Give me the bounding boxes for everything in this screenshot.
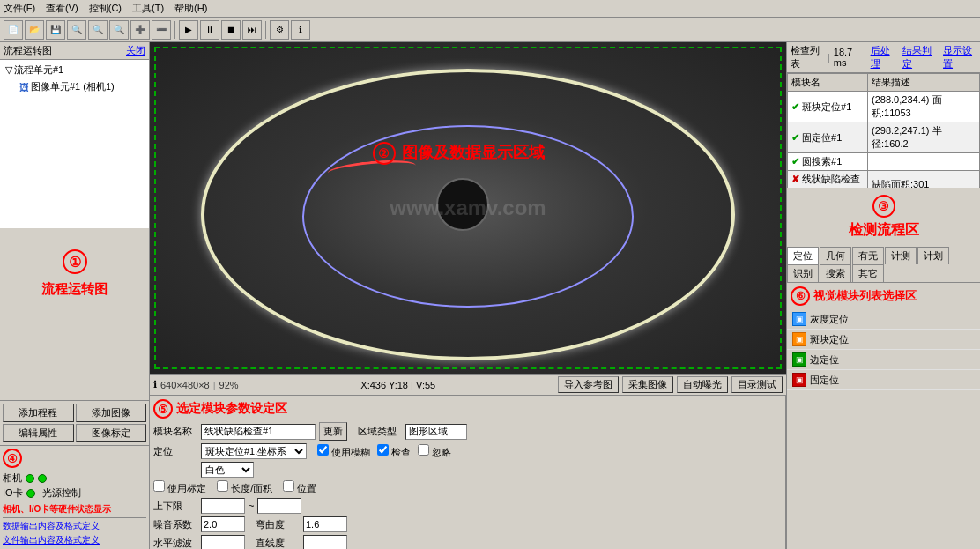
result-desc-cell: 缺陷面积:301 [868,171,980,189]
camera-row: 相机 [3,471,146,485]
long-area-label: 长度/面积 [217,480,272,495]
result-name-cell: ✔ 圆搜索#1 [788,153,868,171]
tab-measure[interactable]: 计测 [885,247,917,264]
main-layout: 流程运转图 关闭 ▽ 流程单元#1 🖼 图像单元#1 (相机1) ① 流程运转图… [0,42,980,549]
use-mark-checkbox[interactable] [153,480,165,492]
import-ref-btn[interactable]: 导入参考图 [558,376,619,393]
toolbar-minus[interactable]: ➖ [152,20,171,40]
tree-child[interactable]: 🖼 图像单元#1 (相机1) [2,78,147,95]
menu-control[interactable]: 控制(C) [89,2,122,15]
curve-input[interactable] [303,516,347,532]
direct-label: 直线度 [256,537,300,550]
file-output-link[interactable]: 文件输出内容及格式定义 [3,534,146,546]
toolbar-new[interactable]: 📄 [4,20,23,40]
direct-input[interactable] [303,535,347,549]
update-btn[interactable]: 更新 [319,422,347,441]
tab-present[interactable]: 有无 [852,247,884,264]
tab-recognize[interactable]: 识别 [787,264,819,282]
module-name-input[interactable] [201,424,316,440]
region-type-input[interactable] [405,424,467,440]
color-select[interactable]: 白色 [201,462,254,478]
table-row[interactable]: ✔ 固定位#1(298.2,247.1) 半径:160.2 [788,122,980,153]
table-row[interactable]: ✔ 圆搜索#1 [788,153,980,171]
long-area-checkbox[interactable] [217,480,228,492]
menu-help[interactable]: 帮助(H) [174,2,207,15]
result-header-title: 检查列表 [791,44,824,70]
dir-test-btn[interactable]: 目录测试 [731,376,783,393]
toolbar-step[interactable]: ⏭ [242,20,262,40]
watermark: www.xamv.com [390,196,546,220]
post-process-link[interactable]: 后处理 [871,44,895,70]
position-checkbox[interactable] [283,480,294,492]
right-panel: 检查列表 | 18.7 ms 后处理 结果判定 显示设置 模块名 结果描述 ✔ … [786,42,980,549]
toolbar-play[interactable]: ▶ [179,20,198,40]
annotation-label-1: 流程运转图 [4,281,145,298]
bottom-panel: ⑤ 选定模块参数设定区 模块名称 更新 区域类型 定位 斑块定位# [150,395,786,549]
io-led [26,489,35,498]
lower-input[interactable] [257,498,301,514]
toolbar-save[interactable]: 💾 [46,20,65,40]
io-row: IO卡 光源控制 [3,486,146,500]
use-mask-checkbox[interactable] [317,444,329,456]
data-output-link[interactable]: 数据输出内容及格式定义 [3,520,146,532]
result-table: 模块名 结果描述 ✔ 斑块定位#1(288.0,234.4) 面积:11053✔… [787,73,980,188]
module-list: ⑥ 视觉模块列表选择区 ▣灰度定位▣斑块定位▣边定位▣固定位 [787,283,980,549]
image-display[interactable]: www.xamv.com ② 图像及数据显示区域 [150,42,786,374]
list-item[interactable]: ▣斑块定位 [787,330,980,350]
toolbar-open[interactable]: 📂 [25,20,44,40]
menu-file[interactable]: 文件(F) [4,2,35,15]
menu-tools[interactable]: 工具(T) [132,2,164,15]
image-zoom: 92% [219,380,239,390]
smooth-input[interactable] [201,535,245,549]
toolbar-pause[interactable]: ⏸ [200,20,219,40]
tree-root[interactable]: ▽ 流程单元#1 [2,62,147,78]
table-row[interactable]: ✔ 斑块定位#1(288.0,234.4) 面积:11053 [788,92,980,122]
close-btn[interactable]: 关闭 [126,44,145,57]
module-list-container: ▣灰度定位▣斑块定位▣边定位▣固定位 [787,309,980,390]
edit-props-btn[interactable]: 编辑属性 [3,424,74,442]
list-item[interactable]: ▣固定位 [787,370,980,390]
annotation-label-3: 检测流程区 [794,221,973,240]
noise-input[interactable] [201,516,245,532]
check-checkbox[interactable] [377,444,389,456]
circle-4: ④ [3,449,22,468]
hw-status-area: ④ 相机 IO卡 光源控制 相机、I/O卡等硬件状态显示 数据输出内容及格式定义… [0,445,149,549]
toolbar-search1[interactable]: 🔍 [67,20,86,40]
add-image-btn[interactable]: 添加图像 [76,404,147,422]
mask-checkbox[interactable] [418,444,429,456]
tab-search[interactable]: 搜索 [820,264,851,282]
toolbar: 📄 📂 💾 🔍 🔍 🔍 ➕ ➖ ▶ ⏸ ⏹ ⏭ ⚙ ℹ [0,18,980,42]
module-name-row: 模块名称 更新 区域类型 [153,422,782,441]
add-process-btn[interactable]: 添加程程 [3,404,74,422]
tab-geometry[interactable]: 几何 [820,247,851,264]
table-row[interactable]: ✘ 线状缺陷检查#1缺陷面积:301 [788,171,980,189]
toolbar-settings[interactable]: ⚙ [270,20,289,40]
capture-btn[interactable]: 采集图像 [622,376,673,393]
result-judge-link[interactable]: 结果判定 [902,44,936,70]
toolbar-search2[interactable]: 🔍 [88,20,108,40]
tab-other[interactable]: 其它 [852,264,884,282]
list-item[interactable]: ▣边定位 [787,350,980,370]
toolbar-search3[interactable]: 🔍 [109,20,129,40]
camera-led [26,474,34,483]
module-list-item-label: 灰度定位 [810,313,849,326]
menu-bar: 文件(F) 查看(V) 控制(C) 工具(T) 帮助(H) [0,0,980,18]
smooth-label: 水平滤波 [153,537,197,550]
auto-exposure-btn[interactable]: 自动曝光 [677,376,728,393]
tab-plan[interactable]: 计划 [917,247,949,264]
anchor-select[interactable]: 斑块定位#1.坐标系 [201,443,307,459]
tree-child-icon: 🖼 [19,82,29,93]
image-calib-btn[interactable]: 图像标定 [76,424,147,442]
toolbar-stop[interactable]: ⏹ [221,20,241,40]
tab-position[interactable]: 定位 [787,247,819,264]
module-list-item-label: 斑块定位 [810,333,849,346]
display-settings-link[interactable]: 显示设置 [943,44,976,70]
io-label: IO卡 [3,486,23,500]
region-type-label: 区域类型 [358,425,402,438]
toolbar-info[interactable]: ℹ [291,20,310,40]
circle-2: ② [373,142,396,165]
list-item[interactable]: ▣灰度定位 [787,309,980,330]
toolbar-add[interactable]: ➕ [130,20,150,40]
menu-view[interactable]: 查看(V) [46,2,78,15]
upper-input[interactable] [201,498,245,514]
